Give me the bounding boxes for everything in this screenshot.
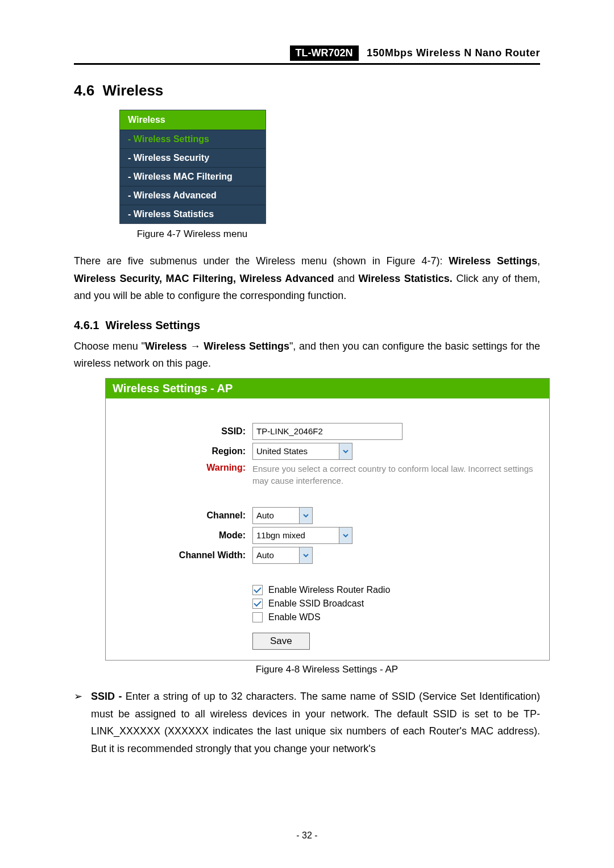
section-heading: 4.6 Wireless (74, 82, 540, 99)
menu-item-statistics[interactable]: - Wireless Statistics (120, 205, 265, 223)
wireless-settings-panel: Wireless Settings - AP SSID: Region: Uni… (105, 378, 550, 661)
warning-label: Warning: (115, 463, 252, 473)
wireless-menu-header: Wireless (120, 110, 265, 130)
enable-wds-checkbox[interactable] (252, 612, 263, 622)
channel-label: Channel: (115, 510, 252, 521)
save-button[interactable]: Save (252, 633, 310, 650)
page-header: TL-WR702N 150Mbps Wireless N Nano Router (74, 45, 540, 65)
menu-item-advanced[interactable]: - Wireless Advanced (120, 186, 265, 205)
model-code: TL-WR702N (290, 45, 359, 61)
region-label: Region: (115, 446, 252, 456)
chevron-down-icon (299, 508, 312, 524)
mode-label: Mode: (115, 530, 252, 541)
wireless-menu-figure: Wireless - Wireless Settings - Wireless … (119, 110, 266, 224)
subsection-lead: Choose menu "Wireless → Wireless Setting… (74, 338, 540, 372)
model-desc: 150Mbps Wireless N Nano Router (361, 47, 540, 59)
warning-text: Ensure you select a correct country to c… (252, 463, 540, 487)
enable-wds-label: Enable WDS (268, 612, 321, 622)
enable-radio-checkbox[interactable] (252, 585, 263, 595)
figure-4-7-caption: Figure 4-7 Wireless menu (119, 229, 265, 240)
ssid-bullet: ➢ SSID - Enter a string of up to 32 char… (74, 688, 540, 757)
menu-item-settings[interactable]: - Wireless Settings (120, 130, 265, 148)
enable-ssid-broadcast-label: Enable SSID Broadcast (268, 599, 364, 609)
channel-width-label: Channel Width: (115, 550, 252, 560)
menu-item-security[interactable]: - Wireless Security (120, 148, 265, 167)
chevron-down-icon (339, 443, 352, 459)
subsection-heading: 4.6.1 Wireless Settings (74, 319, 540, 332)
bullet-icon: ➢ (74, 688, 91, 757)
ssid-input[interactable] (252, 423, 403, 440)
mode-select[interactable]: 11bgn mixed (252, 527, 352, 544)
chevron-down-icon (299, 547, 312, 563)
bullet-lead: SSID - (91, 691, 126, 702)
channel-select[interactable]: Auto (252, 507, 313, 524)
channel-width-select[interactable]: Auto (252, 547, 313, 564)
enable-radio-label: Enable Wireless Router Radio (268, 585, 390, 595)
page-number: - 32 - (0, 830, 614, 841)
region-select[interactable]: United States (252, 443, 352, 460)
bullet-text: Enter a string of up to 32 characters. T… (91, 691, 540, 754)
section-intro: There are five submenus under the Wirele… (74, 252, 540, 305)
figure-4-8-caption: Figure 4-8 Wireless Settings - AP (105, 664, 549, 675)
ssid-label: SSID: (115, 426, 252, 437)
enable-ssid-broadcast-checkbox[interactable] (252, 599, 263, 609)
chevron-down-icon (339, 528, 352, 543)
panel-title: Wireless Settings - AP (106, 379, 549, 398)
menu-item-mac-filtering[interactable]: - Wireless MAC Filtering (120, 167, 265, 186)
